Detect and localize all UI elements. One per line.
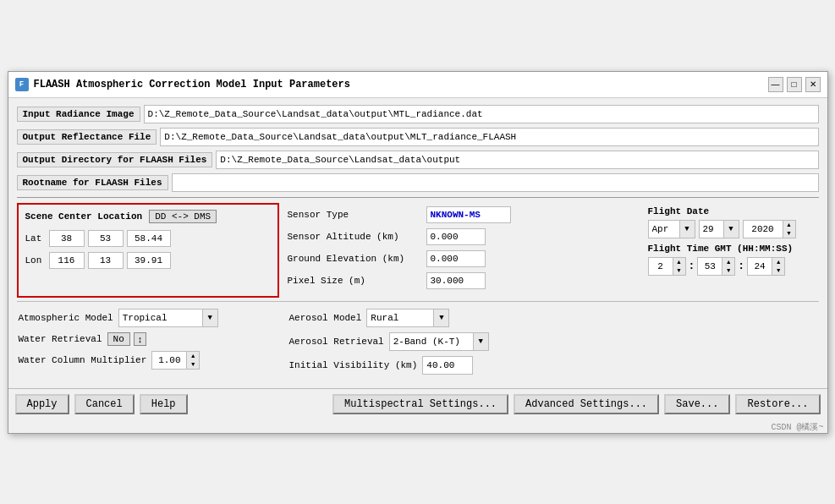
button-bar-left: Apply Cancel Help	[15, 394, 188, 414]
minute-spinners: ▲ ▼	[722, 257, 735, 276]
ground-elevation-input[interactable]	[426, 250, 486, 267]
aerosol-model-dropdown: ▼	[366, 309, 449, 327]
second-up-button[interactable]: ▲	[772, 258, 784, 266]
app-icon: F	[15, 78, 29, 91]
minimize-button[interactable]: —	[768, 77, 783, 92]
output-directory-input[interactable]	[216, 151, 818, 169]
save-button[interactable]: Save...	[664, 394, 730, 414]
flight-time-label: Flight Time GMT (HH:MM:SS)	[648, 244, 812, 254]
year-spinner: ▲ ▼	[743, 220, 796, 238]
input-radiance-input[interactable]	[144, 105, 819, 123]
aerosol-model-arrow[interactable]: ▼	[434, 309, 449, 327]
pixel-size-row: Pixel Size (m)	[288, 272, 633, 289]
water-column-spinner: ▲ ▼	[151, 351, 200, 370]
water-column-up-button[interactable]: ▲	[187, 352, 199, 360]
minute-input[interactable]	[697, 257, 722, 276]
initial-visibility-input[interactable]	[422, 356, 473, 375]
main-window: F FLAASH Atmospheric Correction Model In…	[8, 71, 828, 434]
year-up-button[interactable]: ▲	[783, 221, 795, 229]
water-column-label: Water Column Multiplier	[19, 355, 147, 365]
day-input[interactable]	[699, 220, 724, 238]
pixel-size-label: Pixel Size (m)	[288, 276, 423, 286]
output-directory-row: Output Directory for FLAASH Files	[17, 151, 819, 169]
second-spinners: ▲ ▼	[772, 257, 785, 276]
output-reflectance-input[interactable]	[160, 128, 818, 146]
water-retrieval-row: Water Retrieval No ↕	[19, 332, 272, 346]
year-input[interactable]	[743, 220, 783, 238]
hour-up-button[interactable]: ▲	[673, 258, 685, 266]
water-column-input[interactable]	[151, 351, 187, 370]
aerosol-retrieval-arrow[interactable]: ▼	[474, 332, 489, 351]
aerosol-retrieval-input[interactable]	[389, 332, 474, 351]
lat-deg-input[interactable]	[49, 230, 85, 247]
water-retrieval-controls: No ↕	[107, 332, 147, 346]
second-input[interactable]	[747, 257, 772, 276]
water-retrieval-no-button[interactable]: No	[107, 332, 130, 346]
sensor-type-input[interactable]	[426, 206, 511, 223]
restore-button[interactable]: Restore...	[735, 394, 820, 414]
apply-button[interactable]: Apply	[15, 394, 69, 414]
output-reflectance-row: Output Reflectance File	[17, 128, 819, 146]
lon-label: Lon	[25, 255, 46, 266]
help-button[interactable]: Help	[140, 394, 188, 414]
aerosol-retrieval-label: Aerosol Retrieval	[289, 337, 384, 347]
water-column-spinners: ▲ ▼	[187, 351, 200, 370]
aerosol-retrieval-dropdown: ▼	[389, 332, 489, 351]
water-column-row: Water Column Multiplier ▲ ▼	[19, 351, 272, 370]
aerosol-model-row: Aerosol Model ▼	[289, 309, 577, 327]
hour-input[interactable]	[648, 257, 673, 276]
aerosol-model-input[interactable]	[366, 309, 434, 327]
scene-center-box: Scene Center Location DD <-> DMS Lat Lon	[17, 203, 279, 298]
atm-model-dropdown: ▼	[118, 309, 218, 327]
pixel-size-input[interactable]	[426, 272, 486, 289]
day-dropdown-arrow[interactable]: ▼	[724, 220, 739, 238]
second-down-button[interactable]: ▼	[772, 266, 784, 275]
lat-sec-input[interactable]	[127, 230, 171, 247]
advanced-settings-button[interactable]: Advanced Settings...	[514, 394, 659, 414]
initial-visibility-label: Initial Visibility (km)	[289, 360, 418, 370]
title-bar-left: F FLAASH Atmospheric Correction Model In…	[15, 78, 350, 91]
day-dropdown-container: ▼	[699, 220, 739, 238]
button-bar-right: Multispectral Settings... Advanced Setti…	[332, 394, 821, 414]
year-down-button[interactable]: ▼	[783, 229, 795, 238]
input-radiance-row: Input Radiance Image	[17, 105, 819, 123]
input-radiance-label: Input Radiance Image	[17, 107, 140, 122]
rootname-label: Rootname for FLAASH Files	[17, 175, 168, 190]
lon-deg-input[interactable]	[49, 252, 85, 269]
sensor-type-label: Sensor Type	[288, 210, 423, 220]
close-button[interactable]: ✕	[805, 77, 821, 92]
minute-down-button[interactable]: ▼	[722, 266, 734, 275]
month-input[interactable]	[648, 220, 680, 238]
atm-model-label: Atmospheric Model	[19, 313, 113, 323]
lat-row: Lat	[25, 230, 271, 247]
rootname-input[interactable]	[172, 173, 819, 192]
month-dropdown-arrow[interactable]: ▼	[680, 220, 695, 238]
hour-down-button[interactable]: ▼	[673, 266, 685, 275]
sensor-type-row: Sensor Type	[288, 206, 633, 223]
multispectral-settings-button[interactable]: Multispectral Settings...	[332, 394, 508, 414]
flight-date-row: ▼ ▼ ▲ ▼	[648, 220, 812, 238]
output-reflectance-label: Output Reflectance File	[17, 129, 157, 145]
lat-min-input[interactable]	[88, 230, 124, 247]
lon-sec-input[interactable]	[127, 252, 171, 269]
minute-up-button[interactable]: ▲	[722, 258, 734, 266]
time-colon-2: :	[737, 260, 745, 272]
dd-dms-button[interactable]: DD <-> DMS	[149, 210, 217, 223]
time-colon-1: :	[688, 260, 696, 272]
sensor-altitude-row: Sensor Altitude (km)	[288, 228, 633, 245]
flight-date-label: Flight Date	[648, 206, 812, 216]
cancel-button[interactable]: Cancel	[74, 394, 135, 414]
water-retrieval-label: Water Retrieval	[19, 334, 102, 344]
lon-min-input[interactable]	[88, 252, 124, 269]
sensor-altitude-input[interactable]	[426, 228, 486, 245]
atm-model-input[interactable]	[118, 309, 203, 327]
water-retrieval-swap-button[interactable]: ↕	[134, 332, 147, 346]
sensor-altitude-label: Sensor Altitude (km)	[288, 232, 423, 242]
water-column-down-button[interactable]: ▼	[187, 360, 199, 369]
maximize-button[interactable]: □	[787, 77, 802, 92]
bottom-section: Atmospheric Model ▼ Water Retrieval No ↕	[17, 301, 819, 381]
lon-row: Lon	[25, 252, 271, 269]
atm-model-arrow[interactable]: ▼	[203, 309, 218, 327]
middle-section: Scene Center Location DD <-> DMS Lat Lon	[17, 203, 819, 298]
scene-box-header: Scene Center Location DD <-> DMS	[25, 210, 271, 223]
